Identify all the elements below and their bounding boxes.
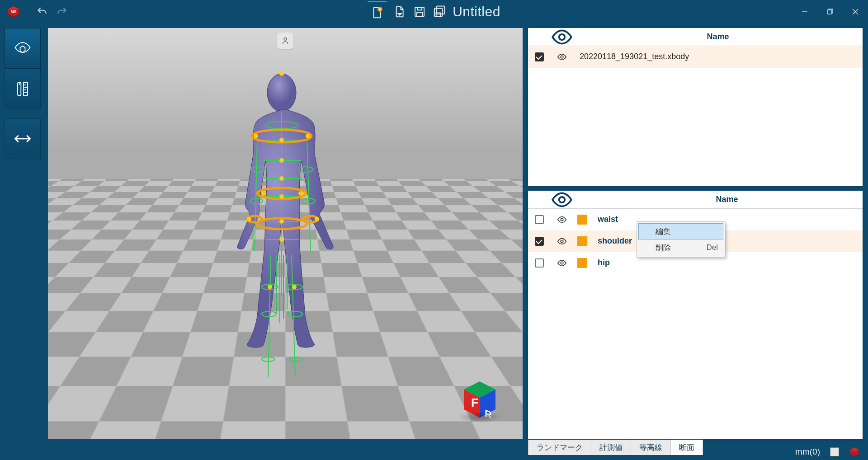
svg-rect-16 bbox=[24, 82, 28, 95]
svg-rect-6 bbox=[417, 12, 423, 16]
section-list-header-name: Name bbox=[573, 195, 863, 204]
svg-rect-5 bbox=[417, 7, 422, 10]
svg-point-78 bbox=[561, 218, 563, 221]
svg-point-77 bbox=[559, 197, 565, 202]
svg-point-59 bbox=[279, 237, 284, 242]
tool-view-button[interactable] bbox=[5, 28, 41, 69]
tool-measure-button[interactable] bbox=[5, 69, 41, 109]
section-row-name: hip bbox=[591, 258, 863, 268]
mannequin-model bbox=[222, 61, 340, 422]
svg-point-64 bbox=[268, 285, 272, 289]
tab-measurement[interactable]: 計測値 bbox=[591, 440, 631, 455]
visibility-header-icon bbox=[551, 26, 573, 48]
visibility-toggle-icon[interactable] bbox=[551, 236, 573, 246]
svg-point-51 bbox=[279, 71, 284, 76]
svg-point-22 bbox=[284, 38, 287, 41]
tab-contour[interactable]: 等高線 bbox=[631, 440, 671, 455]
open-file-icon[interactable] bbox=[393, 5, 406, 19]
context-menu: 編集 削除 Del bbox=[637, 221, 725, 258]
tab-section[interactable]: 断面 bbox=[671, 440, 703, 455]
color-swatch[interactable] bbox=[577, 236, 587, 246]
status-units: mm(0) bbox=[795, 447, 820, 457]
svg-point-61 bbox=[298, 191, 303, 196]
visibility-toggle-icon[interactable] bbox=[551, 258, 573, 268]
file-list-panel: Name 20220118_193021_test.xbody bbox=[528, 28, 863, 186]
context-menu-delete-shortcut: Del bbox=[706, 243, 718, 252]
svg-point-58 bbox=[279, 219, 284, 224]
file-row-checkbox[interactable] bbox=[535, 52, 544, 61]
view-orientation-badge[interactable] bbox=[277, 33, 293, 49]
svg-point-55 bbox=[279, 158, 284, 163]
save-file-icon[interactable] bbox=[413, 5, 426, 19]
app-logo: MS bbox=[6, 5, 21, 18]
section-row-name: shoulder bbox=[591, 236, 863, 246]
panel-tabs: ランドマーク 計測値 等高線 断面 bbox=[528, 440, 703, 455]
svg-point-45 bbox=[290, 357, 302, 361]
tab-landmark[interactable]: ランドマーク bbox=[528, 440, 591, 455]
title-bar: MS Unt bbox=[0, 0, 868, 23]
section-list-panel: Name waist shoulder bbox=[528, 191, 863, 439]
window-close[interactable] bbox=[843, 0, 868, 23]
svg-point-75 bbox=[559, 34, 565, 40]
svg-point-62 bbox=[247, 217, 251, 221]
status-checkbox[interactable] bbox=[830, 447, 839, 456]
visibility-toggle-icon[interactable] bbox=[551, 215, 573, 225]
file-list-header-name: Name bbox=[573, 32, 863, 42]
context-menu-delete[interactable]: 削除 Del bbox=[638, 239, 723, 256]
file-row[interactable]: 20220118_193021_test.xbody bbox=[528, 46, 863, 68]
svg-point-76 bbox=[561, 56, 563, 58]
tool-compare-button[interactable] bbox=[5, 118, 41, 159]
section-row-checkbox[interactable] bbox=[535, 258, 544, 268]
svg-point-56 bbox=[279, 176, 284, 181]
svg-point-54 bbox=[279, 138, 284, 142]
app-body: F R Name 20220118_193021_te bbox=[0, 23, 868, 444]
svg-point-53 bbox=[306, 134, 310, 138]
window-maximize[interactable] bbox=[817, 0, 843, 23]
svg-rect-11 bbox=[827, 10, 831, 14]
new-file-icon[interactable] bbox=[370, 6, 384, 19]
svg-point-79 bbox=[561, 240, 563, 243]
visibility-header-icon bbox=[551, 188, 573, 211]
svg-text:F: F bbox=[471, 396, 478, 409]
svg-point-63 bbox=[315, 217, 319, 221]
document-title: Untitled bbox=[453, 4, 500, 19]
status-bar: mm(0) bbox=[0, 444, 868, 460]
section-row-checkbox[interactable] bbox=[535, 237, 544, 246]
context-menu-edit[interactable]: 編集 bbox=[638, 223, 723, 239]
svg-point-23 bbox=[267, 74, 296, 112]
right-column: Name 20220118_193021_test.xbody Name bbox=[528, 28, 863, 439]
color-swatch[interactable] bbox=[577, 258, 587, 268]
svg-point-52 bbox=[254, 134, 258, 138]
viewport-3d[interactable]: F R bbox=[48, 28, 523, 439]
color-swatch[interactable] bbox=[577, 215, 587, 225]
file-row-name: 20220118_193021_test.xbody bbox=[573, 52, 863, 61]
svg-point-65 bbox=[292, 285, 297, 289]
svg-point-57 bbox=[279, 194, 284, 199]
navigation-cube[interactable]: F R bbox=[455, 376, 505, 426]
redo-button[interactable] bbox=[56, 6, 68, 18]
svg-point-60 bbox=[261, 191, 266, 196]
save-as-icon[interactable] bbox=[433, 5, 446, 19]
undo-button[interactable] bbox=[36, 6, 48, 18]
visibility-toggle-icon[interactable] bbox=[551, 52, 573, 62]
window-minimize[interactable] bbox=[792, 0, 817, 23]
svg-text:MS: MS bbox=[11, 9, 17, 14]
svg-rect-7 bbox=[434, 9, 443, 17]
tool-column bbox=[0, 23, 45, 444]
section-row-checkbox[interactable] bbox=[535, 215, 544, 224]
svg-point-80 bbox=[561, 262, 563, 264]
status-logo-icon[interactable] bbox=[849, 447, 860, 457]
svg-marker-14 bbox=[20, 46, 25, 53]
section-row-name: waist bbox=[591, 215, 863, 224]
